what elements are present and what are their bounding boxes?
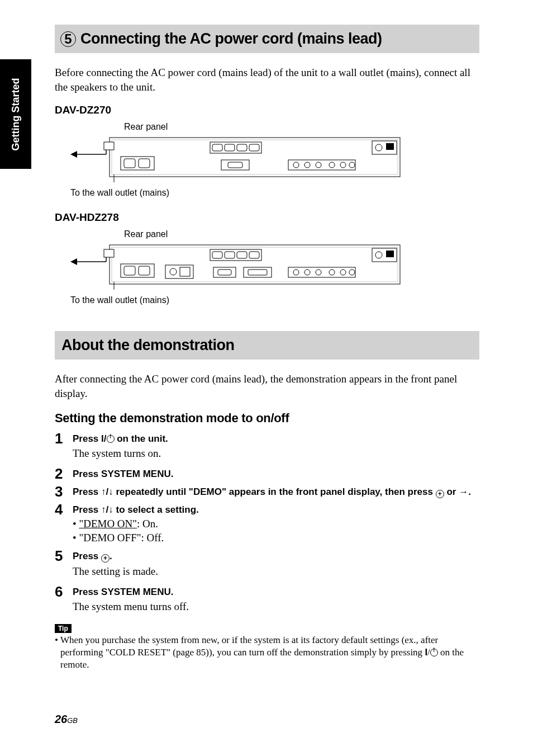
model2-outlet-label: To the wall outlet (mains) [70,295,479,305]
step-description: The system menu turns off. [73,599,479,614]
step-description: The setting is made. [73,564,479,579]
section-title: Connecting the AC power cord (mains lead… [80,30,382,48]
rear-panel-diagram-1 [70,134,479,185]
tip-label: Tip [55,624,72,633]
model2-name: DAV-HDZ278 [55,211,479,224]
power-icon [430,649,438,656]
step-4: 4 Press ↑/↓ to select a setting. • "DEMO… [55,501,479,545]
step-6: 6 Press SYSTEM MENU. The system menu tur… [55,583,479,616]
enter-plus-icon: + [101,554,110,563]
step-3: 3 Press ↑/↓ repeatedly until "DEMO" appe… [55,483,479,499]
step-number: 1 [55,430,73,463]
bullet-demo-on: • "DEMO ON": On. [73,517,479,531]
svg-rect-32 [104,249,114,257]
svg-rect-25 [386,143,394,150]
section2-intro: After connecting the AC power cord (main… [55,372,479,400]
step-2: 2 Press SYSTEM MENU. [55,465,479,481]
section2-title: About the demonstration [61,337,234,353]
tip-text: • When you purchase the system from new,… [55,634,479,671]
svg-marker-27 [70,258,77,265]
step-description: The system turns on. [73,446,479,461]
model1-outlet-label: To the wall outlet (mains) [70,188,479,198]
step-instruction: Press I/ on the unit. [73,432,479,446]
step-instruction: Press ↑/↓ to select a setting. [73,503,479,517]
model2-rear-label: Rear panel [124,229,479,239]
power-icon [107,435,115,443]
rear-panel-diagram-2 [70,242,479,292]
step-number: 5 [55,547,73,580]
section1-intro: Before connecting the AC power cord (mai… [55,65,479,94]
enter-plus-icon: + [436,490,444,498]
step-instruction: Press SYSTEM MENU. [73,467,479,481]
step-instruction: Press SYSTEM MENU. [73,585,479,599]
page-content: 5 Connecting the AC power cord (mains le… [55,25,479,671]
step-number: 6 [55,583,73,616]
step-number: 3 [55,483,73,499]
step-circle-number: 5 [60,31,76,47]
bullet-demo-off: • "DEMO OFF": Off. [73,531,479,545]
step-number: 4 [55,501,73,545]
side-tab: Getting Started [0,59,31,169]
page-number: 26GB [55,713,78,726]
svg-rect-30 [110,245,400,284]
model1-rear-label: Rear panel [124,122,479,132]
model1-name: DAV-DZ270 [55,104,479,116]
side-tab-label: Getting Started [10,78,22,150]
step-instruction: Press +. [73,550,479,563]
svg-marker-0 [70,151,77,158]
step-instruction: Press ↑/↓ repeatedly until "DEMO" appear… [73,485,479,499]
section-heading-1: 5 Connecting the AC power cord (mains le… [55,25,479,53]
svg-rect-3 [110,138,400,177]
step-5: 5 Press +. The setting is made. [55,547,479,580]
section-heading-2: About the demonstration [55,331,479,360]
svg-rect-57 [386,251,394,257]
svg-rect-5 [104,142,114,150]
step-1: 1 Press I/ on the unit. The system turns… [55,430,479,463]
section2-subhead: Setting the demonstration mode to on/off [55,411,479,426]
step-number: 2 [55,465,73,481]
